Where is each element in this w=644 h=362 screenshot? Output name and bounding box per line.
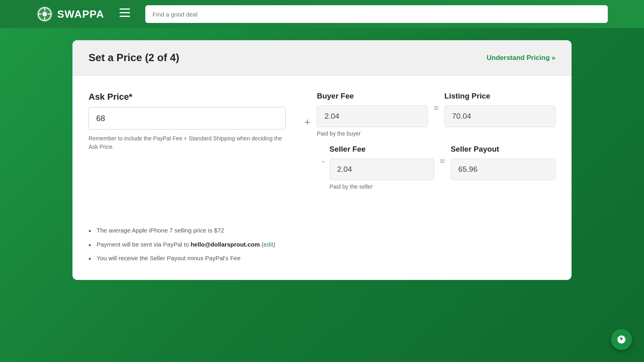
paypal-email: hello@dollarsprout.com: [190, 241, 260, 248]
equals-operator-1: =: [428, 92, 444, 113]
ask-price-label: Ask Price*: [89, 92, 286, 102]
list-item-3: You will receive the Seller Payout minus…: [89, 254, 555, 263]
info-list: The average Apple iPhone 7 selling price…: [72, 218, 572, 280]
buyer-fee-row: Buyer Fee Paid by the buyer = Listing Pr…: [317, 92, 555, 137]
ask-price-input[interactable]: [89, 107, 286, 130]
seller-payout-label: Seller Payout: [451, 145, 555, 154]
understand-pricing-link[interactable]: Understand Pricing »: [487, 54, 555, 62]
fab-icon: [616, 334, 627, 345]
equals-operator-2: =: [434, 145, 451, 167]
buyer-fee-box: Buyer Fee Paid by the buyer: [317, 92, 428, 137]
svg-rect-8: [120, 12, 130, 13]
page-header: Set a Price (2 of 4) Understand Pricing …: [72, 40, 572, 76]
seller-fee-label: Seller Fee: [330, 145, 434, 154]
list-item-1-text: The average Apple iPhone 7 selling price…: [97, 227, 224, 234]
pricing-row: Ask Price* Remember to include the PayPa…: [89, 92, 555, 194]
svg-rect-9: [120, 16, 130, 17]
seller-payout-box: Seller Payout: [451, 145, 555, 180]
listing-price-box: Listing Price: [444, 92, 555, 127]
buyer-fee-input: [317, 105, 428, 127]
page-title: Set a Price (2 of 4): [89, 51, 179, 64]
buyer-fee-label: Buyer Fee: [317, 92, 428, 101]
svg-rect-7: [120, 8, 130, 10]
minus-operator: -: [317, 145, 329, 167]
fee-boxes: Buyer Fee Paid by the buyer = Listing Pr…: [317, 92, 555, 194]
buyer-fee-note: Paid by the buyer: [317, 130, 428, 137]
content-area: Ask Price* Remember to include the PayPa…: [72, 76, 572, 218]
seller-fee-input: [330, 158, 434, 180]
listing-price-input: [444, 105, 555, 127]
seller-fee-box: Seller Fee Paid by the seller: [330, 145, 434, 190]
edit-link[interactable]: edit: [264, 241, 273, 248]
list-item-3-text: You will receive the Seller Payout minus…: [97, 255, 241, 261]
ask-price-section: Ask Price* Remember to include the PayPa…: [89, 92, 298, 151]
seller-fee-row: - Seller Fee Paid by the seller = Seller…: [317, 145, 555, 190]
logo-text: SWAPPA: [57, 8, 104, 21]
list-item-1: The average Apple iPhone 7 selling price…: [89, 226, 555, 235]
search-input[interactable]: [145, 5, 608, 23]
svg-point-2: [42, 12, 47, 16]
main-content: Set a Price (2 of 4) Understand Pricing …: [0, 28, 644, 362]
search-bar[interactable]: [145, 5, 608, 23]
fab-button[interactable]: [611, 329, 632, 350]
listing-price-label: Listing Price: [444, 92, 555, 101]
pricing-card: Set a Price (2 of 4) Understand Pricing …: [72, 40, 572, 280]
list-item-2-edit: (edit): [260, 241, 275, 248]
list-item-2: Payment will be sent via PayPal to hello…: [89, 240, 555, 249]
swappa-logo-icon: [36, 6, 53, 23]
seller-fee-note: Paid by the seller: [330, 183, 434, 190]
list-item-2-before: Payment will be sent via PayPal to: [97, 241, 190, 248]
hamburger-menu[interactable]: [116, 5, 133, 23]
seller-payout-input: [451, 158, 555, 180]
plus-operator: +: [298, 92, 317, 128]
navbar: SWAPPA: [0, 0, 644, 28]
logo: SWAPPA: [36, 6, 104, 23]
ask-price-note: Remember to include the PayPal Fee + Sta…: [89, 134, 286, 151]
